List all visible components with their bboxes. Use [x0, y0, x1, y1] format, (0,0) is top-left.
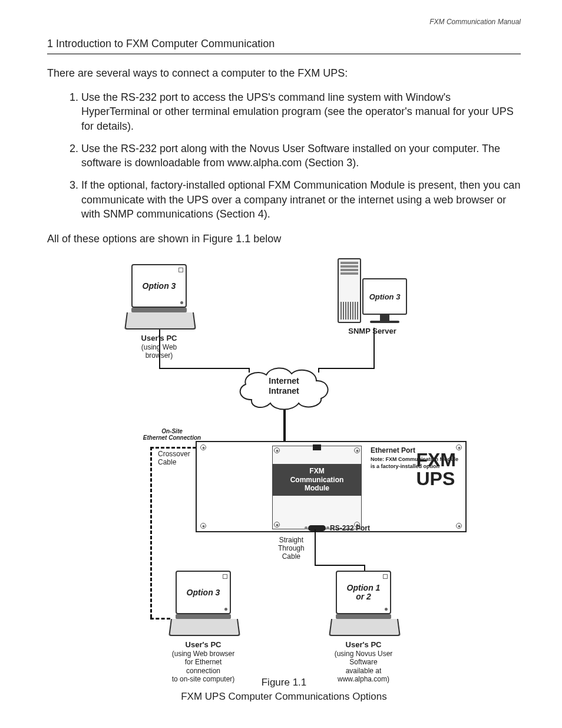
straight-cable-label: Straight Through Cable: [278, 536, 305, 561]
closing-paragraph: All of these options are shown in Figure…: [47, 233, 521, 245]
intro-paragraph: There are several ways to connect a comp…: [47, 67, 521, 80]
figure-caption-line1: Figure 1.1: [262, 677, 307, 688]
rs232-port-icon: [308, 525, 326, 531]
document-header: FXM Communication Manual: [47, 18, 521, 26]
comm-module: ✱ ✱ ✱ ✱ FXM Communication Module: [272, 446, 362, 529]
cloud-label-line2: Intranet: [269, 386, 299, 396]
cloud-label-line1: Internet: [269, 376, 299, 386]
laptop-subtitle: (using Web browser): [141, 343, 177, 360]
laptop-icon: Option 3 User's PC (using Web browser fo…: [171, 571, 236, 683]
crossover-cable-label: Crossover Cable: [158, 450, 190, 466]
ethernet-port-label: Ethernet Port: [371, 446, 415, 454]
list-item: If the optional, factory-installed optio…: [81, 178, 521, 221]
laptop-title: User's PC: [346, 640, 382, 649]
comm-module-label: FXM Communication Module: [273, 464, 361, 495]
laptop-subtitle: (using Web browser for Ethernet connecti…: [172, 650, 235, 683]
laptop-title: User's PC: [186, 640, 222, 649]
list-item: Use the RS-232 port along with the Novus…: [81, 141, 521, 170]
cloud-icon: Internet Intranet: [234, 364, 334, 410]
options-list: Use the RS-232 port to access the UPS's …: [47, 90, 521, 221]
dashed-line: [150, 447, 152, 618]
onsite-ethernet-label: On-Site Ethernet Connection: [140, 428, 204, 441]
laptop-title: User's PC: [141, 334, 177, 342]
ups-box: ✱ ✱ ✱ ✱ ✱ ✱ ✱ ✱ FXM Communication Module…: [196, 441, 467, 532]
dashed-line: [150, 447, 196, 449]
laptop-screen-label: Option 3: [143, 282, 176, 291]
server-screen-label: Option 3: [362, 278, 407, 315]
laptop-screen-label: Option 1 or 2: [347, 584, 381, 602]
rs232-port-label: RS-232 Port: [330, 524, 370, 532]
figure-wrapper: Option 3 User's PC (using Web browser): [47, 258, 521, 665]
ups-title: FXM UPS: [416, 450, 456, 488]
laptop-screen-label: Option 3: [187, 588, 220, 597]
laptop-subtitle: (using Novus User Software available at …: [335, 650, 393, 683]
line: [315, 529, 316, 566]
laptop-icon: Option 1 or 2 User's PC (using Novus Use…: [331, 571, 396, 683]
figure-caption-line2: FXM UPS Computer Communications Options: [181, 691, 387, 702]
server-icon: Option 3 SNMP Server: [334, 258, 411, 335]
figure-caption: Figure 1.1 FXM UPS Computer Communicatio…: [47, 676, 521, 704]
dashed-line: [150, 618, 170, 620]
line: [315, 565, 365, 566]
line: [283, 409, 286, 442]
figure-diagram: Option 3 User's PC (using Web browser): [95, 258, 472, 665]
page: FXM Communication Manual 1 Introduction …: [0, 0, 562, 728]
ethernet-port-icon: [313, 444, 321, 450]
laptop-icon: Option 3 User's PC (using Web browser): [127, 264, 191, 360]
server-title: SNMP Server: [334, 327, 411, 335]
section-title: 1 Introduction to FXM Computer Communica…: [47, 38, 521, 54]
list-item: Use the RS-232 port to access the UPS's …: [81, 90, 521, 133]
